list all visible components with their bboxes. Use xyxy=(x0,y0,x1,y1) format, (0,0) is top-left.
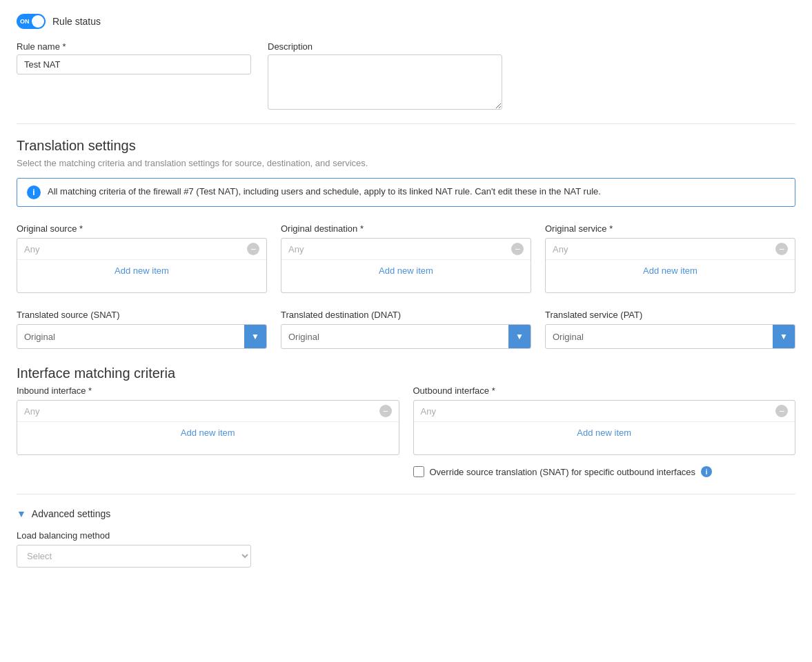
original-source-remove-btn[interactable]: − xyxy=(247,243,259,255)
original-service-add-btn[interactable]: Add new item xyxy=(546,260,795,281)
outbound-interface-label: Outbound interface * xyxy=(413,385,796,396)
load-balancing-group: Load balancing method Select Round Robin… xyxy=(17,530,251,568)
rule-name-group: Rule name * xyxy=(17,41,251,110)
description-group: Description xyxy=(268,41,795,110)
inbound-interface-box: Any − Add new item xyxy=(17,400,399,455)
translated-destination-dropdown: Original ▼ xyxy=(281,324,531,349)
outbound-interface-add-btn[interactable]: Add new item xyxy=(414,422,795,443)
override-snat-checkbox[interactable] xyxy=(413,466,424,477)
advanced-settings-section: ▼ Advanced settings Load balancing metho… xyxy=(17,508,795,568)
interface-matching-title: Interface matching criteria xyxy=(17,365,795,381)
info-box-text: All matching criteria of the firewall #7… xyxy=(48,185,601,198)
translated-service-value: Original xyxy=(546,327,773,347)
advanced-chevron-icon: ▼ xyxy=(17,508,26,519)
translated-service-dropdown: Original ▼ xyxy=(545,324,795,349)
top-divider xyxy=(17,123,795,124)
interface-matching-section: Interface matching criteria Inbound inte… xyxy=(17,365,795,477)
translation-settings-section: Translation settings Select the matching… xyxy=(17,138,795,349)
advanced-settings-header[interactable]: ▼ Advanced settings xyxy=(17,508,795,519)
description-textarea[interactable] xyxy=(268,54,502,110)
original-fields-row: Original source * Any − Add new item Ori… xyxy=(17,223,795,293)
inbound-interface-group: Inbound interface * Any − Add new item xyxy=(17,385,399,455)
outbound-interface-placeholder: Any xyxy=(421,406,436,417)
translation-settings-title: Translation settings xyxy=(17,138,795,154)
load-balancing-label: Load balancing method xyxy=(17,530,251,541)
original-destination-label: Original destination * xyxy=(281,223,531,234)
translated-service-group: Translated service (PAT) Original ▼ xyxy=(545,310,795,349)
override-snat-label: Override source translation (SNAT) for s… xyxy=(430,467,696,477)
info-box: i All matching criteria of the firewall … xyxy=(17,178,795,207)
rule-status-label: Rule status xyxy=(52,16,101,27)
original-service-label: Original service * xyxy=(545,223,795,234)
override-snat-info-icon[interactable]: i xyxy=(701,466,712,477)
top-fields: Rule name * Description xyxy=(17,41,795,110)
inbound-interface-remove-btn[interactable]: − xyxy=(379,405,392,417)
original-source-placeholder: Any xyxy=(24,244,39,254)
original-source-group: Original source * Any − Add new item xyxy=(17,223,267,293)
translated-source-value: Original xyxy=(17,327,244,347)
original-destination-box: Any − Add new item xyxy=(281,238,531,293)
translated-destination-arrow[interactable]: ▼ xyxy=(508,325,531,348)
rule-status-row: ON Rule status xyxy=(17,14,795,29)
translated-source-group: Translated source (SNAT) Original ▼ xyxy=(17,310,267,349)
original-source-label: Original source * xyxy=(17,223,267,234)
toggle-knob xyxy=(32,15,44,28)
original-destination-top: Any − xyxy=(281,239,531,260)
rule-name-input[interactable] xyxy=(17,54,251,74)
outbound-interface-group: Outbound interface * Any − Add new item xyxy=(413,385,796,455)
chevron-down-icon: ▼ xyxy=(251,332,259,341)
chevron-down-icon: ▼ xyxy=(515,332,524,341)
translation-settings-subtitle: Select the matching criteria and transla… xyxy=(17,158,795,168)
original-destination-remove-btn[interactable]: − xyxy=(511,243,524,255)
interface-fields-row: Inbound interface * Any − Add new item O… xyxy=(17,385,795,455)
rule-status-toggle[interactable]: ON xyxy=(17,14,46,29)
load-balancing-select[interactable]: Select Round Robin Weighted Least Connec… xyxy=(17,545,251,568)
translated-destination-label: Translated destination (DNAT) xyxy=(281,310,531,320)
original-source-top: Any − xyxy=(17,239,266,260)
original-service-placeholder: Any xyxy=(553,244,568,254)
translated-destination-group: Translated destination (DNAT) Original ▼ xyxy=(281,310,531,349)
original-service-box: Any − Add new item xyxy=(545,238,795,293)
original-service-remove-btn[interactable]: − xyxy=(775,243,788,255)
original-destination-add-btn[interactable]: Add new item xyxy=(281,260,531,281)
inbound-interface-top: Any − xyxy=(17,401,399,422)
inbound-interface-label: Inbound interface * xyxy=(17,385,399,396)
translated-service-label: Translated service (PAT) xyxy=(545,310,795,320)
toggle-on-label: ON xyxy=(20,18,30,25)
inbound-interface-placeholder: Any xyxy=(24,406,39,417)
translated-source-arrow[interactable]: ▼ xyxy=(244,325,266,348)
advanced-settings-title: Advanced settings xyxy=(32,508,110,519)
original-source-add-btn[interactable]: Add new item xyxy=(17,260,266,281)
original-destination-placeholder: Any xyxy=(288,244,304,254)
rule-name-label: Rule name * xyxy=(17,41,251,52)
translated-service-arrow[interactable]: ▼ xyxy=(773,325,795,348)
original-service-group: Original service * Any − Add new item xyxy=(545,223,795,293)
description-label: Description xyxy=(268,41,795,52)
translated-source-label: Translated source (SNAT) xyxy=(17,310,267,320)
inbound-interface-add-btn[interactable]: Add new item xyxy=(17,422,399,443)
translated-source-dropdown: Original ▼ xyxy=(17,324,267,349)
chevron-down-icon: ▼ xyxy=(780,332,788,341)
override-snat-row: Override source translation (SNAT) for s… xyxy=(413,466,796,477)
translated-fields-row: Translated source (SNAT) Original ▼ Tran… xyxy=(17,310,795,349)
outbound-interface-top: Any − xyxy=(414,401,795,422)
info-box-icon: i xyxy=(27,185,41,199)
outbound-interface-box: Any − Add new item xyxy=(413,400,796,455)
outbound-interface-remove-btn[interactable]: − xyxy=(775,405,788,417)
bottom-divider xyxy=(17,494,795,494)
original-source-box: Any − Add new item xyxy=(17,238,267,293)
translated-destination-value: Original xyxy=(281,327,508,347)
original-service-top: Any − xyxy=(546,239,795,260)
original-destination-group: Original destination * Any − Add new ite… xyxy=(281,223,531,293)
